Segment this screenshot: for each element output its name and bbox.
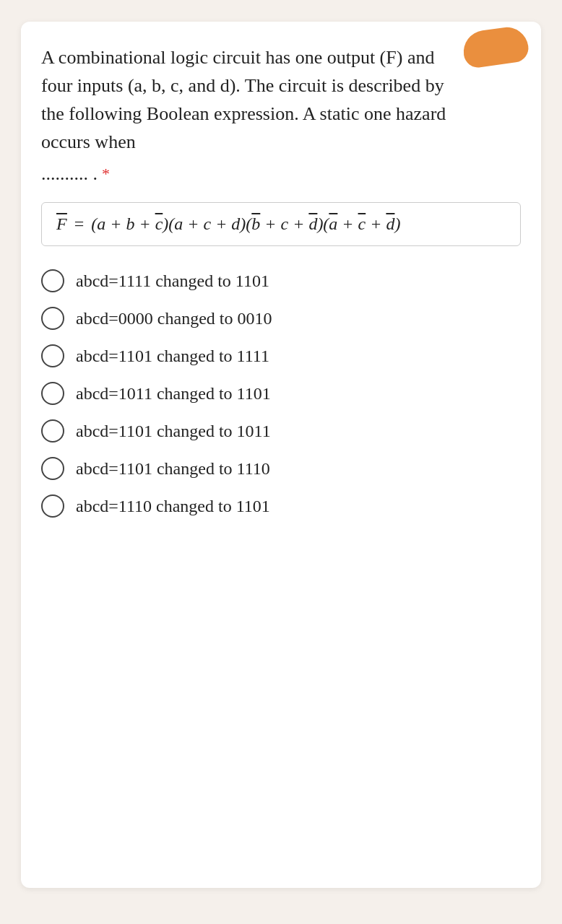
radio-button-3[interactable] bbox=[41, 344, 64, 367]
formula-label: F bbox=[56, 214, 67, 234]
option-label-5: abcd=1101 changed to 1011 bbox=[76, 422, 271, 441]
formula-equals: = bbox=[70, 214, 89, 234]
option-label-1: abcd=1111 changed to 1101 bbox=[76, 271, 269, 291]
question-card: A combinational logic circuit has one ou… bbox=[21, 22, 541, 888]
option-item-2[interactable]: abcd=0000 changed to 0010 bbox=[41, 307, 521, 330]
option-label-3: abcd=1101 changed to 1111 bbox=[76, 346, 269, 366]
option-label-7: abcd=1110 changed to 1101 bbox=[76, 497, 270, 516]
option-item-4[interactable]: abcd=1011 changed to 1101 bbox=[41, 382, 521, 405]
option-item-1[interactable]: abcd=1111 changed to 1101 bbox=[41, 269, 521, 292]
formula-box: F = (a + b + c)(a + c + d)(b + c + d)(a … bbox=[41, 202, 521, 246]
radio-button-4[interactable] bbox=[41, 382, 64, 405]
dots-text: .......... . bbox=[41, 163, 98, 185]
option-item-6[interactable]: abcd=1101 changed to 1110 bbox=[41, 457, 521, 480]
option-label-6: abcd=1101 changed to 1110 bbox=[76, 459, 270, 479]
radio-button-6[interactable] bbox=[41, 457, 64, 480]
required-asterisk: * bbox=[102, 165, 110, 183]
question-text: A combinational logic circuit has one ou… bbox=[41, 43, 521, 156]
radio-button-7[interactable] bbox=[41, 494, 64, 518]
formula-expr: (a + b + c)(a + c + d)(b + c + d)(a + c … bbox=[91, 214, 400, 234]
option-item-5[interactable]: abcd=1101 changed to 1011 bbox=[41, 419, 521, 443]
radio-button-2[interactable] bbox=[41, 307, 64, 330]
options-list: abcd=1111 changed to 1101 abcd=0000 chan… bbox=[41, 269, 521, 518]
radio-button-5[interactable] bbox=[41, 419, 64, 443]
dots-row: .......... . * bbox=[41, 163, 521, 185]
option-label-2: abcd=0000 changed to 0010 bbox=[76, 309, 272, 328]
radio-button-1[interactable] bbox=[41, 269, 64, 292]
option-label-4: abcd=1011 changed to 1101 bbox=[76, 384, 271, 404]
option-item-3[interactable]: abcd=1101 changed to 1111 bbox=[41, 344, 521, 367]
option-item-7[interactable]: abcd=1110 changed to 1101 bbox=[41, 494, 521, 518]
